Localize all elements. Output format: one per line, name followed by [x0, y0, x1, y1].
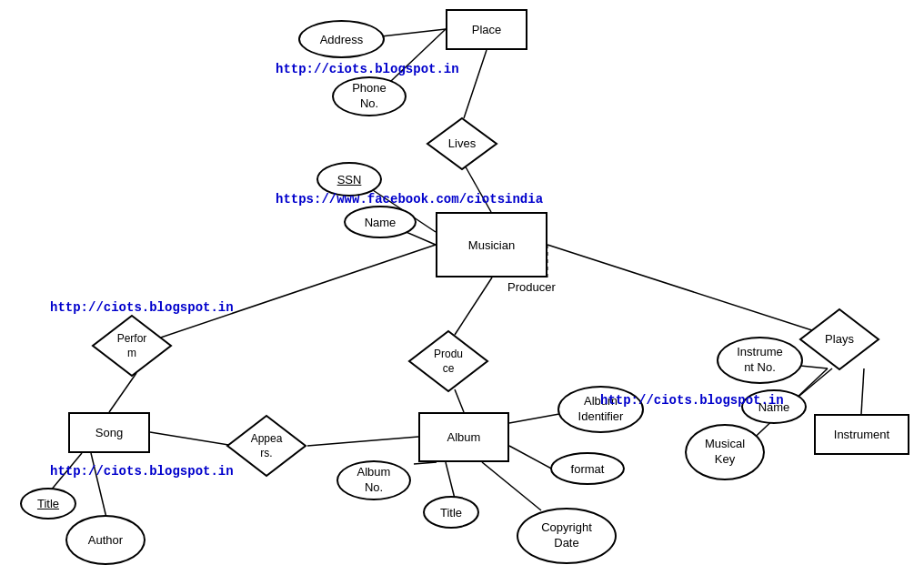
copyright-date-attribute: CopyrightDate: [517, 508, 617, 564]
connection-lines: [0, 0, 924, 575]
perform-relationship: Perfor m: [91, 314, 173, 378]
svg-text:rs.: rs.: [260, 447, 272, 459]
album-identifier-attribute: AlbumIdentifier: [557, 386, 644, 433]
album-no-attribute: AlbumNo.: [336, 460, 411, 500]
svg-text:Plays: Plays: [825, 332, 854, 346]
address-attribute: Address: [298, 20, 385, 58]
produce-relationship: Produ ce: [407, 329, 489, 393]
svg-line-10: [150, 432, 235, 446]
svg-text:ce: ce: [443, 362, 455, 375]
lives-relationship: Lives: [426, 116, 498, 171]
svg-line-7: [455, 277, 492, 335]
musician-entity: Musician: [436, 212, 547, 277]
format-attribute: format: [550, 452, 625, 485]
instrument-entity: Instrument: [814, 414, 909, 455]
svg-marker-30: [409, 331, 487, 391]
name-attribute: Name: [344, 206, 417, 238]
watermark-1: http://ciots.blogspot.in: [276, 62, 459, 76]
instrument-name-attribute: Name: [741, 389, 807, 424]
svg-line-14: [509, 446, 555, 470]
svg-line-22: [50, 453, 82, 491]
watermark-5: http://ciots.blogspot.in: [50, 464, 234, 479]
appears-relationship: Appea rs.: [226, 414, 307, 478]
svg-text:Produ: Produ: [434, 348, 463, 360]
svg-text:Lives: Lives: [448, 136, 477, 150]
plays-relationship: Plays: [798, 308, 880, 371]
svg-line-17: [482, 462, 541, 510]
svg-marker-35: [227, 416, 306, 476]
phone-attribute: PhoneNo.: [332, 76, 407, 116]
svg-line-21: [861, 368, 864, 414]
title-song-attribute: Title: [20, 488, 76, 520]
watermark-3: http://ciots.blogspot.in: [50, 300, 234, 315]
svg-marker-27: [93, 316, 171, 376]
svg-text:m: m: [127, 347, 136, 359]
svg-text:Perfor: Perfor: [117, 332, 147, 345]
svg-line-9: [109, 373, 136, 412]
ssn-attribute: SSN: [316, 162, 382, 197]
svg-line-0: [464, 50, 487, 118]
svg-line-15: [414, 462, 437, 464]
svg-line-23: [91, 453, 106, 518]
song-entity: Song: [68, 412, 150, 453]
svg-line-13: [509, 414, 559, 423]
watermark-2: https://www.facebook.com/ciotsindia: [276, 192, 543, 207]
svg-line-11: [307, 437, 418, 446]
musical-key-attribute: MusicalKey: [685, 424, 765, 480]
author-attribute: Author: [65, 515, 146, 565]
producer-label: Producer: [507, 280, 556, 294]
album-entity: Album: [418, 412, 509, 462]
title-album-attribute: Title: [423, 496, 479, 529]
svg-text:Appea: Appea: [251, 432, 283, 445]
svg-line-16: [446, 462, 455, 499]
er-diagram: http://ciots.blogspot.in https://www.fac…: [0, 0, 924, 575]
place-entity: Place: [446, 9, 527, 50]
svg-line-6: [136, 245, 436, 346]
instrument-no-attribute: Instrument No.: [717, 337, 803, 384]
